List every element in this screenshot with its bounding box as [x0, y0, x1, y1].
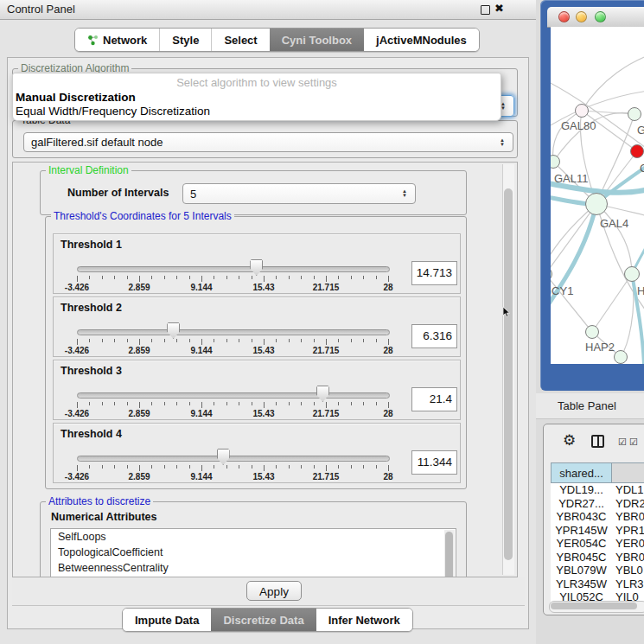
cell-name[interactable]: YLR3	[612, 577, 644, 591]
table-row[interactable]: YBR045CYBR0	[551, 551, 644, 564]
threshold-value-field[interactable]: 6.316	[411, 324, 457, 348]
dropdown-option-equal-width-frequency[interactable]: Equal Width/Frequency Discretization	[16, 105, 210, 118]
node-attribute-table: shared... na YDL19...YDL1YDR27...YDR2YBR…	[551, 462, 644, 604]
tab-label: Discretize Data	[223, 614, 303, 627]
cell-shared-name[interactable]: YDR27...	[551, 497, 612, 511]
threshold-panel-2: Threshold 2-3.4262.8599.14415.4321.71528…	[53, 296, 461, 357]
dropdown-option-manual-discretization[interactable]: Manual Discretization	[16, 91, 136, 104]
table-row[interactable]: YBR043CYBR0	[551, 510, 644, 524]
apply-row: Apply	[12, 577, 525, 606]
table-row[interactable]: YER054CYER0	[551, 537, 644, 551]
cell-shared-name[interactable]: YBL079W	[551, 564, 612, 577]
attribute-item-betweennesscentrality[interactable]: BetweennessCentrality	[51, 560, 456, 576]
thresholds-title: Threshold's Coordinates for 5 Intervals	[51, 210, 234, 222]
slider-ticks	[77, 465, 388, 472]
node-label-gal4: GAL4	[600, 217, 628, 230]
network-node[interactable]	[614, 350, 628, 364]
column-header-shared-name[interactable]: shared...	[551, 462, 612, 483]
table-row[interactable]: YBL079WYBL0	[551, 564, 644, 577]
number-of-intervals-combo[interactable]: 5 ▲▼	[182, 183, 416, 204]
cell-shared-name[interactable]: YBR045C	[551, 551, 612, 564]
checkbox-icon[interactable]: ☑	[618, 437, 627, 448]
network-node-c[interactable]	[630, 144, 644, 158]
table-row[interactable]: YPR145WYPR1	[551, 524, 644, 538]
threshold-slider-thumb[interactable]	[167, 322, 180, 339]
attribute-item-selfloops[interactable]: SelfLoops	[51, 529, 456, 545]
cell-name[interactable]: YBR0	[612, 551, 644, 564]
table-row[interactable]: YDR27...YDR2	[551, 497, 644, 511]
tab-select[interactable]: Select	[211, 29, 269, 51]
tab-jactivemnodules[interactable]: jActiveMNodules	[364, 29, 479, 51]
tab-style[interactable]: Style	[159, 29, 211, 51]
tab-discretize-data[interactable]: Discretize Data	[211, 609, 316, 631]
dropdown-hint: Select algorithm to view settings	[13, 76, 501, 89]
threshold-slider-thumb[interactable]	[217, 449, 230, 465]
interval-definition-title: Interval Definition	[46, 164, 131, 176]
threshold-value-field[interactable]: 11.344	[411, 450, 457, 475]
close-icon[interactable]: ✖	[494, 2, 504, 15]
cell-shared-name[interactable]: YLR345W	[551, 577, 612, 591]
zoom-traffic-light[interactable]	[595, 11, 606, 22]
network-canvas[interactable]: GAL80GCGAL11GAL4GCY1HHAP2	[551, 27, 644, 364]
apply-button[interactable]: Apply	[246, 581, 302, 601]
cell-name[interactable]: YBR0	[612, 510, 644, 524]
settings-scrollbar-thumb[interactable]	[504, 188, 513, 560]
threshold-slider-track[interactable]	[77, 266, 390, 272]
cell-shared-name[interactable]: YPR145W	[551, 524, 612, 538]
threshold-value-field[interactable]: 21.4	[411, 387, 457, 411]
settings-scroll-panel: Interval Definition Number of Intervals …	[12, 162, 518, 577]
network-node-g[interactable]	[628, 107, 641, 121]
split-columns-icon[interactable]	[591, 435, 604, 448]
attribute-item-topologicalcoefficient[interactable]: TopologicalCoefficient	[51, 545, 456, 560]
network-node-h[interactable]	[624, 266, 640, 282]
network-node-hap2[interactable]	[585, 325, 599, 339]
cell-shared-name[interactable]: YDL19...	[551, 483, 612, 497]
attributes-scrollbar[interactable]	[444, 530, 455, 577]
table-scrollbar-thumb[interactable]	[551, 603, 637, 609]
threshold-slider-track[interactable]	[77, 456, 390, 462]
tab-network[interactable]: Network	[75, 29, 159, 51]
tab-infer-network[interactable]: Infer Network	[316, 609, 412, 631]
close-traffic-light[interactable]	[558, 11, 570, 22]
threshold-value-field[interactable]: 14.713	[411, 261, 457, 285]
tab-impute-data[interactable]: Impute Data	[123, 609, 211, 631]
bottom-tab-bar: Impute DataDiscretize DataInfer Network	[122, 608, 413, 632]
attributes-scrollbar-thumb[interactable]	[445, 532, 453, 577]
network-window-titlebar[interactable]	[547, 7, 644, 28]
interval-definition-groupbox: Interval Definition Number of Intervals …	[40, 170, 467, 215]
threshold-slider-track[interactable]	[77, 329, 390, 335]
tab-cyni-toolbox[interactable]: Cyni Toolbox	[270, 29, 364, 51]
network-node-gal80[interactable]	[575, 104, 589, 118]
table-data-groupbox: Table Data galFiltered.sif default node …	[12, 120, 518, 158]
cell-name[interactable]: YER0	[612, 537, 644, 551]
table-row[interactable]: YLR345WYLR3	[551, 577, 644, 591]
cell-name[interactable]: YPR1	[612, 524, 644, 538]
checkbox-icon[interactable]: ☑	[629, 437, 638, 448]
float-window-icon[interactable]	[481, 5, 490, 15]
cell-name[interactable]: YDR2	[612, 497, 644, 511]
threshold-slider-thumb[interactable]	[250, 259, 263, 276]
table-panel-title: Table Panel	[558, 399, 616, 412]
gear-icon[interactable]: ⚙	[563, 433, 576, 448]
algorithm-dropdown-popup: Select algorithm to view settings Manual…	[12, 73, 501, 121]
cell-shared-name[interactable]: YER054C	[551, 537, 612, 551]
slider-scale-labels: -3.4262.8599.14415.4321.71528	[77, 472, 388, 481]
threshold-slider-thumb[interactable]	[316, 386, 329, 402]
minimize-traffic-light[interactable]	[576, 11, 587, 22]
cell-name[interactable]: YBL0	[612, 564, 644, 577]
network-node-gal4[interactable]	[585, 193, 608, 215]
settings-vertical-scrollbar[interactable]	[502, 164, 514, 575]
slider-ticks	[77, 339, 388, 346]
threshold-label: Threshold 2	[61, 302, 122, 314]
table-data-combo[interactable]: galFiltered.sif default node ▲▼	[23, 132, 513, 152]
table-row[interactable]: YDL19...YDL1	[551, 483, 644, 497]
column-header-name[interactable]: na	[612, 462, 644, 483]
control-panel-title: Control Panel	[7, 3, 75, 16]
table-panel-header: Table Panel	[536, 393, 644, 419]
node-label-c: C	[640, 162, 644, 175]
table-horizontal-scrollbar[interactable]	[549, 601, 644, 613]
threshold-slider-track[interactable]	[77, 392, 390, 399]
cell-name[interactable]: YDL1	[612, 483, 644, 497]
attribute-items: SelfLoopsTopologicalCoefficientBetweenne…	[51, 529, 456, 576]
cell-shared-name[interactable]: YBR043C	[551, 510, 612, 524]
